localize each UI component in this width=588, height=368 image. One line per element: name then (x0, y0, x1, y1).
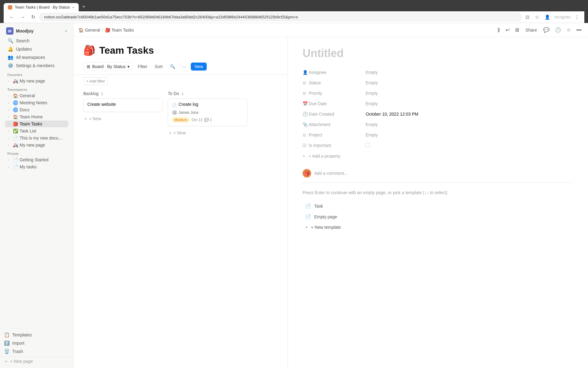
sidebar-item-my-new-doc[interactable]: › 📄 This is my new document (5, 135, 68, 141)
new-page-button[interactable]: + + New page (1, 357, 72, 366)
browser-actions: ⊡ ☆ 👤 Incognito ⋮ (524, 13, 581, 21)
sidebar-my-new-page-label: My new page (20, 79, 66, 83)
sidebar-item-my-new-page2[interactable]: › 🚑 My new page (5, 142, 68, 148)
sidebar-item-docs[interactable]: › 🌀 Docs (5, 106, 68, 113)
back-button[interactable]: ← (7, 14, 16, 21)
templates-icon: 📋 (4, 332, 10, 338)
comment-icon: 💬 (204, 118, 209, 122)
assignee-prop-icon: 👤 (303, 70, 309, 75)
view-selector[interactable]: ⊞ Board · By Status ▾ (83, 62, 133, 71)
backlog-add-new[interactable]: + + New (83, 114, 163, 123)
new-template-button[interactable]: + + New template (303, 223, 573, 232)
detail-pane: Untitled 👤 Assignee Empty ⊙ Status Empty (288, 37, 588, 368)
sidebar-item-templates[interactable]: 📋 Templates (1, 331, 72, 339)
sidebar-item-task-list[interactable]: › ✅ Task List (5, 128, 68, 134)
template-item-task[interactable]: 📄 Task (303, 201, 573, 211)
share-label: Share (526, 28, 537, 33)
forward-button[interactable]: → (18, 14, 27, 21)
sidebar-item-my-new-page[interactable]: › 🚑 My new page (5, 78, 68, 84)
sidebar-item-team-home[interactable]: › 🏠 Team Home (5, 113, 68, 120)
import-icon: ⬆️ (4, 340, 10, 346)
sidebar-templates-label: Templates (12, 332, 70, 337)
new-card-button[interactable]: New (191, 63, 207, 71)
breadcrumb-team-tasks[interactable]: 🎒 Team Tasks (105, 28, 134, 33)
add-filter-button[interactable]: + Add filter (83, 77, 108, 85)
sidebar-item-general[interactable]: › 🏠 General (5, 92, 68, 99)
share-button[interactable]: Share (523, 26, 539, 34)
layout-btn[interactable]: ⊞ (514, 25, 521, 34)
sort-button[interactable]: Sort (152, 63, 165, 71)
sidebar-item-search[interactable]: 🔍 Search (5, 37, 68, 45)
content-area: 🎒 Team Tasks ⊞ Board · By Status ▾ Filte… (74, 37, 588, 368)
priority-prop-value[interactable]: Empty (364, 90, 573, 96)
todo-column: To Do 1 📄 Create log JJ James (168, 91, 247, 364)
menu-icon[interactable]: ⋮ (573, 13, 581, 21)
project-prop-value[interactable]: Empty (364, 132, 573, 138)
attachment-prop-value[interactable]: Empty (364, 121, 573, 128)
sidebar-item-import[interactable]: ⬆️ Import (1, 339, 72, 347)
star-icon[interactable]: ☆ (533, 13, 541, 21)
assignee-avatar: JJ (172, 110, 177, 115)
tab-close-btn[interactable]: × (72, 6, 74, 9)
backlog-column-header: Backlog 1 (83, 91, 163, 96)
updates-icon: 🔔 (7, 46, 13, 52)
active-tab[interactable]: Team Tasks | Board · By Status × (4, 3, 79, 11)
url-input[interactable] (40, 13, 522, 21)
filter-row: + Add filter (74, 75, 288, 87)
sidebar-my-new-doc-label: This is my new document (20, 136, 66, 140)
backlog-column-title: Backlog (83, 91, 99, 96)
is-important-prop-label: Is important (309, 143, 364, 148)
todo-add-new[interactable]: + + New (168, 128, 247, 137)
due-date-prop-value[interactable]: Empty (364, 101, 573, 107)
add-property-row: + + Add a property (303, 151, 573, 162)
star-icon-btn[interactable]: ☆ (565, 25, 572, 34)
toggle-sidebar-btn[interactable]: ⟫ (496, 25, 502, 34)
profile-icon[interactable]: 👤 (543, 13, 552, 21)
search-board-button[interactable]: 🔍 (168, 63, 178, 71)
sidebar-item-all-teamspaces[interactable]: 👥 All teamspaces (5, 53, 68, 61)
status-prop-value[interactable]: Empty (364, 80, 573, 86)
sidebar-item-team-tasks[interactable]: › 🎒 Team Tasks (5, 121, 68, 127)
refresh-button[interactable]: ↻ (29, 13, 37, 21)
new-tab-button[interactable]: + (80, 2, 88, 11)
comment-input[interactable]: Add a comment... (314, 170, 573, 177)
add-property-button[interactable]: + Add a property (309, 152, 340, 160)
cast-icon[interactable]: ⊡ (524, 13, 531, 21)
board-more-button[interactable]: ··· (180, 63, 189, 71)
workspace-header[interactable]: M Moodjoy ▾ (4, 25, 70, 36)
sidebar-item-getting-started[interactable]: › 📄 Getting Started (5, 156, 68, 163)
sidebar-top: M Moodjoy ▾ 🔍 Search 🔔 Updates 👥 All tea… (0, 23, 73, 173)
is-important-checkbox[interactable] (366, 143, 370, 147)
more-icon-btn[interactable]: ••• (575, 26, 583, 34)
comment-icon-btn[interactable]: 💬 (542, 25, 551, 34)
sidebar-item-updates[interactable]: 🔔 Updates (5, 45, 68, 53)
sidebar-trash-label: Trash (12, 349, 70, 354)
sidebar-item-meeting-notes[interactable]: › 🌀 Meeting Notes (5, 99, 68, 106)
template-item-empty-page[interactable]: 📄 Empty page (303, 212, 573, 221)
sidebar-updates-label: Updates (16, 47, 66, 52)
property-row-due-date: 📅 Due Date Empty (303, 98, 573, 109)
page-title[interactable]: Team Tasks (99, 45, 154, 56)
date-created-prop-value[interactable]: October 10, 2022 12:03 PM (364, 111, 573, 117)
assignee-prop-value[interactable]: Empty (364, 69, 573, 75)
sidebar-item-my-tasks[interactable]: › 📄 My tasks (5, 163, 68, 170)
filter-button[interactable]: Filter (135, 63, 150, 71)
incognito-label: Incognito (554, 15, 571, 19)
todo-card-1[interactable]: 📄 Create log JJ James Jona Medium (168, 98, 247, 126)
workspace-chevron: ▾ (65, 29, 67, 33)
backlog-card-1[interactable]: Create website (83, 98, 163, 112)
breadcrumb-general[interactable]: 🏠 General (78, 28, 100, 33)
teamspaces-section-label: Teamspaces (4, 85, 70, 92)
sidebar-item-settings[interactable]: ⚙️ Settings & members (5, 62, 68, 70)
add-new-icon-2: + (169, 130, 172, 135)
add-new-icon: + (85, 116, 87, 121)
view-label: Board · By Status (92, 64, 126, 69)
sidebar-getting-started-label: Getting Started (20, 157, 66, 162)
sidebar: M Moodjoy ▾ 🔍 Search 🔔 Updates 👥 All tea… (0, 23, 74, 368)
sidebar-item-trash[interactable]: 🗑️ Trash (1, 347, 72, 355)
detail-title[interactable]: Untitled (303, 47, 573, 60)
property-row-is-important: ☑ Is important (303, 140, 573, 151)
history-icon-btn[interactable]: 🕐 (553, 25, 563, 34)
is-important-prop-value[interactable] (364, 142, 573, 149)
undo-btn[interactable]: ↩ (504, 25, 511, 34)
